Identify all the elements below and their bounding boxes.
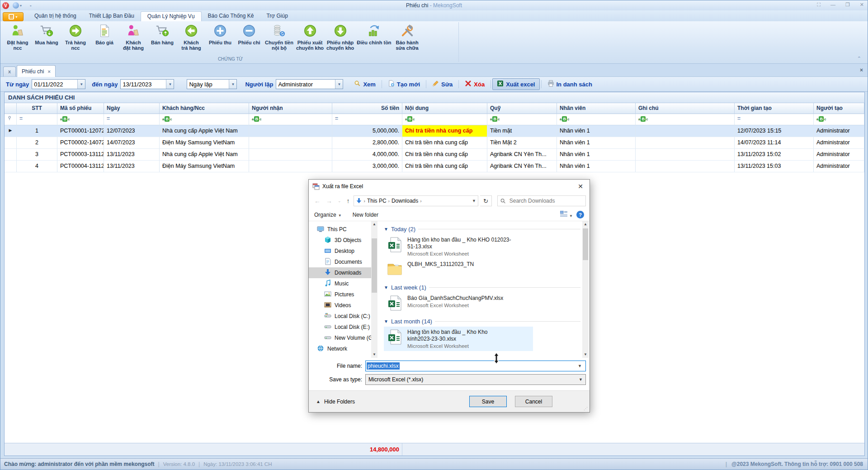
scroll-up-icon[interactable]: ▲: [582, 221, 589, 228]
cell-n-i-dung[interactable]: Chi trả tiền nhà cung cấp: [402, 137, 487, 149]
quick-access-customize-icon[interactable]: ⹀: [30, 3, 32, 9]
button-xóa[interactable]: Xóa: [460, 78, 489, 90]
filter-cell[interactable]: aBc: [57, 114, 104, 125]
file-group-header[interactable]: ▼Last week (1): [384, 284, 580, 291]
button-in-danh-sách[interactable]: In danh sách: [543, 78, 597, 90]
sidebar-item-downloads[interactable]: Downloads: [309, 267, 377, 278]
column-header-ghi-ch-[interactable]: Ghi chú: [636, 103, 735, 114]
menu-tab-quản-lý-nghiệp-vụ[interactable]: Quản Lý Nghiệp Vụ: [141, 11, 202, 21]
cell-ng-y[interactable]: 14/07/2023: [104, 137, 160, 149]
chevron-down-icon[interactable]: ▼: [77, 80, 85, 89]
breadcrumb-this-pc[interactable]: This PC: [367, 198, 387, 204]
ribbon-collapse-icon[interactable]: ⌃: [857, 56, 861, 62]
to-date-input[interactable]: [121, 80, 166, 89]
cell-n-i-dung[interactable]: Chi trả tiền nhà cung cấp: [402, 149, 487, 161]
cell-ng-i-nh-n[interactable]: [249, 161, 332, 172]
breadcrumb[interactable]: › This PC › Downloads › ▼: [354, 195, 478, 206]
breadcrumb-dropdown-icon[interactable]: ▼: [472, 199, 476, 203]
table-row[interactable]: 2PCT00002-14072314/07/2023Điện Máy Samsu…: [5, 137, 864, 149]
organize-button[interactable]: Organize▼: [314, 212, 342, 218]
cell-s-ti-n[interactable]: 5,000,000.: [332, 125, 402, 137]
table-row[interactable]: 4PCT00004-13112313/11/2023Điện Máy Samsu…: [5, 161, 864, 172]
orb-caret-icon[interactable]: ▾: [20, 4, 22, 8]
help-icon[interactable]: ?: [576, 211, 584, 218]
cell-ghi-ch-[interactable]: [636, 137, 735, 149]
from-date-picker[interactable]: ▼: [32, 79, 85, 89]
cell-qu-[interactable]: Tiền Mặt 2: [487, 137, 557, 149]
cell-s-ti-n[interactable]: 3,000,000.: [332, 161, 402, 172]
to-date-picker[interactable]: ▼: [120, 79, 174, 89]
breadcrumb-downloads[interactable]: Downloads: [392, 198, 418, 204]
scroll-down-icon[interactable]: ▼: [371, 351, 377, 358]
sidebar-scrollbar[interactable]: ▲ ▼: [371, 221, 377, 358]
scrollbar-thumb[interactable]: [583, 228, 588, 260]
cell-kh-ch-h-ng-ncc[interactable]: Nhà cung cấp Apple Việt Nam: [160, 149, 249, 161]
tab-close-icon[interactable]: ×: [47, 69, 50, 74]
scroll-up-icon[interactable]: ▲: [371, 221, 377, 228]
ribbon-item[interactable]: Phiếu xuất chuyển kho: [295, 24, 325, 51]
file-item[interactable]: QLBH_MKS_13112023_TN: [384, 259, 533, 281]
sidebar-item-new-volume-g-[interactable]: New Volume (G:): [309, 332, 377, 343]
filelist-scrollbar[interactable]: ▲ ▼: [582, 221, 589, 358]
sidebar-item-3d-objects[interactable]: 3D Objects: [309, 235, 377, 246]
cell-ng-y[interactable]: 13/11/2023: [104, 149, 160, 161]
tabstrip-close-icon[interactable]: ×: [860, 67, 863, 73]
application-menu-button[interactable]: ▾: [3, 12, 24, 21]
column-header-ng-i-nh-n[interactable]: Người nhận: [249, 103, 332, 114]
cell-m-s-phi-u[interactable]: PCT00002-140723: [57, 137, 104, 149]
cell-m-s-phi-u[interactable]: PCT00003-131123: [57, 149, 104, 161]
date-type-input[interactable]: [187, 80, 229, 89]
cell-ng-i-nh-n[interactable]: [249, 125, 332, 137]
forward-icon[interactable]: →: [324, 197, 334, 204]
cell-m-s-phi-u[interactable]: PCT00004-131123: [57, 161, 104, 172]
column-header-stt[interactable]: STT: [17, 103, 57, 114]
column-header-s-ti-n[interactable]: Số tiền: [332, 103, 402, 114]
ribbon-item[interactable]: Khách trả hàng: [177, 24, 206, 51]
cell-n-i-dung[interactable]: Chi trả tiền nhà cung cấp: [402, 161, 487, 172]
file-item[interactable]: Hàng tồn kho ban đầu _ Kho Kho kính2023-…: [384, 327, 533, 351]
chevron-down-icon[interactable]: ▼: [166, 80, 174, 89]
ribbon-item[interactable]: Đặt hàng ncc: [3, 24, 32, 51]
cell-ghi-ch-[interactable]: [636, 149, 735, 161]
creator-select[interactable]: ▼: [276, 79, 343, 89]
cell-ghi-ch-[interactable]: [636, 125, 735, 137]
refresh-icon[interactable]: ↻: [480, 195, 492, 206]
cancel-button[interactable]: Cancel: [515, 396, 552, 407]
hide-folders-button[interactable]: ▲Hide Folders: [316, 399, 355, 405]
chevron-down-icon[interactable]: ▼: [335, 80, 343, 89]
resize-grip[interactable]: ⋰: [584, 406, 588, 411]
scroll-down-icon[interactable]: ▼: [582, 351, 589, 358]
menu-tab-thiết-lập-ban-đầu[interactable]: Thiết Lập Ban Đầu: [83, 11, 141, 21]
column-header-ng-y[interactable]: Ngày: [104, 103, 160, 114]
filter-cell[interactable]: aBc: [636, 114, 735, 125]
filter-cell[interactable]: aBc: [557, 114, 636, 125]
search-input[interactable]: [509, 197, 583, 204]
column-header-kh-ch-h-ng-ncc[interactable]: Khách hàng/Ncc: [160, 103, 249, 114]
button-tạo-mới[interactable]: Tạo mới: [383, 78, 425, 90]
filter-cell[interactable]: =: [17, 114, 57, 125]
filter-cell[interactable]: aBc: [249, 114, 332, 125]
filter-cell[interactable]: =: [104, 114, 160, 125]
column-header-ng-i-t-o[interactable]: Người tạo: [814, 103, 864, 114]
cell-stt[interactable]: 1: [17, 125, 57, 137]
sidebar-item-this-pc[interactable]: This PC: [309, 224, 377, 235]
new-folder-button[interactable]: New folder: [353, 212, 378, 218]
column-header-qu-[interactable]: Quỹ: [487, 103, 557, 114]
button-xem[interactable]: Xem: [349, 78, 380, 90]
cell-ng-i-nh-n[interactable]: [249, 137, 332, 149]
cell-ng-i-t-o[interactable]: Administrator: [814, 161, 864, 172]
sidebar-item-desktop[interactable]: Desktop: [309, 246, 377, 256]
menu-tab-báo-cáo-thống-kê[interactable]: Báo Cáo Thống Kê: [202, 11, 260, 21]
column-header-nh-n-vi-n[interactable]: Nhân viên: [557, 103, 636, 114]
cell-stt[interactable]: 2: [17, 137, 57, 149]
ribbon-item[interactable]: Trả hàng ncc: [61, 24, 90, 51]
filter-cell[interactable]: aBc: [814, 114, 864, 125]
creator-input[interactable]: [276, 80, 335, 89]
minimize-button[interactable]: —: [830, 2, 835, 8]
chevron-down-icon[interactable]: ▼: [575, 364, 585, 368]
file-item[interactable]: Hàng tồn kho ban đầu _ Kho KHO 012023-51…: [384, 234, 533, 259]
cell-th-i-gian-t-o[interactable]: 13/11/2023 15:02: [735, 149, 814, 161]
cell-ng-i-t-o[interactable]: Administrator: [814, 137, 864, 149]
chevron-down-icon[interactable]: ▼: [579, 377, 583, 382]
table-row[interactable]: ▶1PCT00001-12072312/07/2023Nhà cung cấp …: [5, 125, 864, 137]
